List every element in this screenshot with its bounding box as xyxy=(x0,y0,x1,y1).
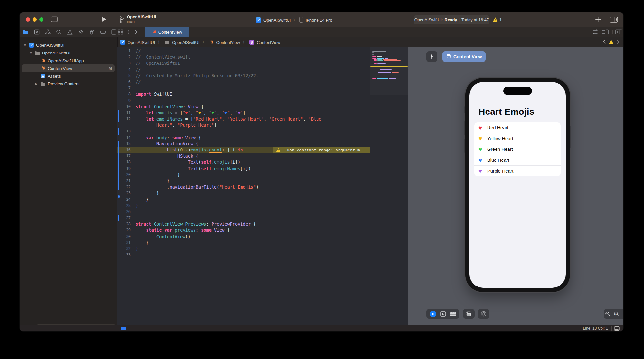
swap-editor-icon[interactable] xyxy=(592,29,599,34)
change-bar xyxy=(118,110,119,116)
code-line-17[interactable]: 17 HStack { xyxy=(117,153,370,159)
list-item-purple-heart[interactable]: ♥Purple Heart xyxy=(474,165,561,176)
list-item-red-heart[interactable]: ♥Red Heart xyxy=(474,122,561,133)
navigator-symbols-icon[interactable] xyxy=(45,29,51,35)
code-line-6[interactable]: 6// xyxy=(117,79,370,85)
forward-icon[interactable] xyxy=(134,29,137,34)
disclosure-right-icon[interactable]: ▶ xyxy=(35,82,38,86)
issue-warning-icon[interactable] xyxy=(609,39,614,45)
sidebar-item-openaiswiftui[interactable]: ▼OpenAISwiftUI xyxy=(20,41,117,49)
variants-grid-button[interactable] xyxy=(450,312,456,316)
prev-issue-icon[interactable] xyxy=(603,39,606,45)
code-line-29[interactable]: 29 static var previews: some View { xyxy=(117,227,370,233)
next-issue-icon[interactable] xyxy=(617,39,620,45)
device-bezel-button[interactable] xyxy=(478,309,489,319)
disclosure-down-icon[interactable]: ▼ xyxy=(24,44,27,47)
tab-overview-icon[interactable] xyxy=(118,29,123,35)
code-line-12[interactable]: 12 let emojiNames = ["Red Heart", "Yello… xyxy=(117,116,370,122)
code-line-20[interactable]: 20 } xyxy=(117,172,370,178)
code-line-10[interactable]: 10struct ContentView: View { xyxy=(117,104,370,110)
sidebar-item-openaiswiftui[interactable]: ▼OpenAISwiftUI xyxy=(20,49,117,57)
back-icon[interactable] xyxy=(127,29,130,34)
code-line-32[interactable]: 32} xyxy=(117,246,370,252)
preview-mode-group xyxy=(426,309,459,319)
breadcrumb-item-openaiswiftui[interactable]: OpenAISwiftUI xyxy=(120,40,155,45)
zoom-out-icon[interactable] xyxy=(605,311,611,317)
code-line-4[interactable]: 4// xyxy=(117,67,370,73)
warning-count-badge[interactable]: 1 xyxy=(493,17,502,22)
navigator-breakpoints-icon[interactable] xyxy=(100,30,106,34)
zoom-100-icon[interactable]: 1 xyxy=(614,311,619,317)
code-line-3[interactable]: 3// OpenAISwiftUI xyxy=(117,60,370,66)
sidebar-item-assets[interactable]: Assets xyxy=(20,72,117,80)
zoom-fit-icon[interactable] xyxy=(622,311,623,317)
code-line-26[interactable]: 26 xyxy=(117,209,370,215)
minimap[interactable] xyxy=(370,47,408,325)
navigator-issues-icon[interactable] xyxy=(67,30,73,35)
content-view-tab[interactable]: Content View xyxy=(442,51,486,62)
navigator-reports-icon[interactable] xyxy=(111,29,116,35)
editor-layout-icon[interactable] xyxy=(610,16,618,23)
source-editor[interactable]: 1//2// ContentView.swift3// OpenAISwiftU… xyxy=(117,47,370,325)
close-window-button[interactable] xyxy=(26,17,30,22)
library-add-icon[interactable] xyxy=(595,16,601,23)
navigator-project-icon[interactable] xyxy=(23,30,29,35)
live-preview-button[interactable] xyxy=(430,311,436,317)
inline-warning[interactable]: Non-constant range: argument m... xyxy=(273,147,370,153)
code-line-13[interactable]: 13 xyxy=(117,128,370,134)
code-line-1[interactable]: 1// xyxy=(117,48,370,54)
code-line-16[interactable]: 16 List(0..<emojis.count) { i inNon-cons… xyxy=(117,147,370,153)
run-button[interactable] xyxy=(101,16,107,22)
code-line-11[interactable]: 11 let emojis = ["♥", "♥", "♥", "♥", "♥"… xyxy=(117,110,370,116)
code-line-12-wrap[interactable]: Heart", "Purple Heart"] xyxy=(117,122,370,128)
code-line-14[interactable]: 14 var body: some View { xyxy=(117,135,370,141)
code-line-9[interactable]: 9 xyxy=(117,98,370,104)
activity-viewer[interactable]: OpenAISwiftUI: Ready | Today at 16:47 xyxy=(414,15,489,24)
code-line-5[interactable]: 5// Created by Moritz Philip Recke on 03… xyxy=(117,73,370,79)
code-line-30[interactable]: 30 ContentView() xyxy=(117,234,370,240)
sidebar-item-openaiswiftuiapp[interactable]: OpenAISwiftUIApp xyxy=(20,57,117,64)
editor-options-icon[interactable] xyxy=(602,29,610,34)
line-number: 27 xyxy=(121,215,131,221)
code-line-23[interactable]: 23 } xyxy=(117,190,370,196)
heart-icon: ♥ xyxy=(478,135,482,141)
navigator-debug-icon[interactable] xyxy=(89,29,95,35)
code-line-22[interactable]: 22 .navigationBarTitle("Heart Emojis") xyxy=(117,184,370,190)
code-line-2[interactable]: 2// ContentView.swift xyxy=(117,54,370,60)
navigator-source-control-icon[interactable] xyxy=(34,29,40,35)
minimap-line xyxy=(377,58,384,59)
sidebar-item-contentview[interactable]: ContentViewM xyxy=(20,64,117,72)
scheme-selector[interactable]: OpenAISwiftUI 〉 iPhone 14 Pro xyxy=(256,17,332,24)
minimize-editor-icon[interactable] xyxy=(614,326,620,331)
tab-contentview[interactable]: ContentView xyxy=(145,27,189,37)
breadcrumb-item-contentview[interactable]: ContentView xyxy=(209,40,240,45)
minimize-window-button[interactable] xyxy=(33,17,37,22)
navigator-tests-icon[interactable] xyxy=(78,29,84,35)
breadcrumb-item-openaiswiftui[interactable]: OpenAISwiftUI xyxy=(164,40,199,45)
code-line-21[interactable]: 21 } xyxy=(117,178,370,184)
toggle-sidebar-icon[interactable] xyxy=(51,16,58,23)
code-line-24[interactable]: 24 } xyxy=(117,197,370,203)
code-line-33[interactable]: 33 xyxy=(117,252,370,258)
navigator-find-icon[interactable] xyxy=(56,29,62,35)
breadcrumb-item-contentview[interactable]: SContentView xyxy=(249,40,280,45)
list-item-yellow-heart[interactable]: ♥Yellow Heart xyxy=(474,133,561,144)
code-line-19[interactable]: 19 Text(self.emojiNames[i]) xyxy=(117,166,370,172)
code-line-31[interactable]: 31 } xyxy=(117,240,370,246)
code-line-18[interactable]: 18 Text(self.emojis[i]) xyxy=(117,159,370,165)
sidebar-item-preview-content[interactable]: ▶Preview Content xyxy=(20,80,117,88)
code-line-28[interactable]: 28struct ContentView_Previews: PreviewPr… xyxy=(117,221,370,227)
disclosure-down-icon[interactable]: ▼ xyxy=(29,51,33,55)
list-item-green-heart[interactable]: ♥Green Heart xyxy=(474,144,561,155)
code-line-15[interactable]: 15 NavigationView { xyxy=(117,141,370,147)
code-line-7[interactable]: 7 xyxy=(117,85,370,91)
zoom-window-button[interactable] xyxy=(39,17,43,22)
selectable-mode-button[interactable] xyxy=(440,311,446,317)
add-editor-icon[interactable] xyxy=(615,29,622,34)
list-item-blue-heart[interactable]: ♥Blue Heart xyxy=(474,155,561,166)
code-line-25[interactable]: 25} xyxy=(117,203,370,209)
code-line-8[interactable]: 8import SwiftUI xyxy=(117,91,370,97)
device-settings-button[interactable] xyxy=(463,309,475,319)
pin-preview-button[interactable] xyxy=(426,51,437,62)
code-line-27[interactable]: 27 xyxy=(117,215,370,221)
